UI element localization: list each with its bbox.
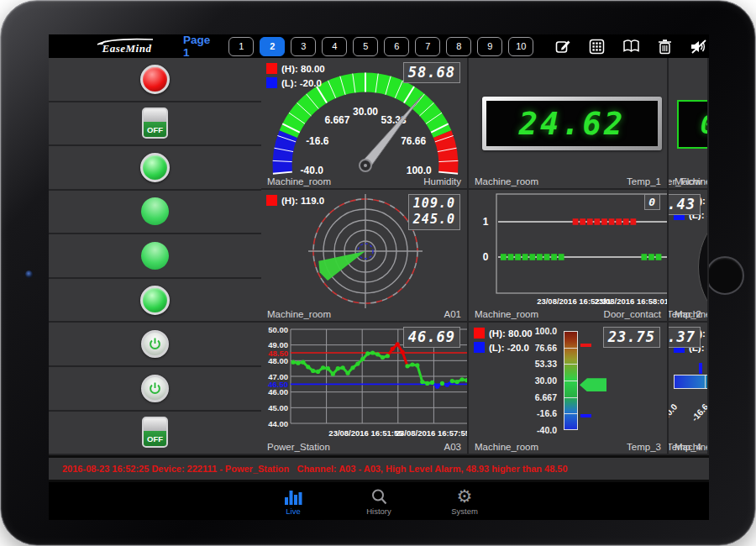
page-button-8[interactable]: 8 <box>446 37 471 56</box>
svg-text:-40.0: -40.0 <box>301 165 324 176</box>
legend-row: (L): -20.0 <box>474 342 533 353</box>
control-cell <box>49 323 261 367</box>
tab-live[interactable]: Live <box>269 486 318 520</box>
page-button-1[interactable]: 1 <box>228 37 254 56</box>
widget-temp2: (H): 80.00(L): -20.0 23.43 -40.0-16.66.6… <box>669 190 709 323</box>
svg-text:76.66: 76.66 <box>401 135 426 147</box>
widget-temp1: 24.62 Machine_room Temp_1 <box>469 58 669 190</box>
widget-a01: (H): 119.0 109.0245.0 Machine_room A01 <box>261 190 469 323</box>
green-indicator-lamp <box>140 153 170 182</box>
lcd-display: 24.62 <box>482 97 662 150</box>
svg-text:1: 1 <box>483 216 489 228</box>
scale-label: -40.0 <box>515 425 557 435</box>
value-display: 23.43 <box>669 194 701 215</box>
gradient-bar <box>674 375 709 389</box>
logo-text: EaseMind <box>102 42 152 55</box>
green-led <box>141 242 169 270</box>
value-pointer <box>580 378 606 391</box>
alarm-message: 2016-08-23 16:52:25 Device: 222111 - Pow… <box>49 464 568 474</box>
legend-row: (L): -20.0 <box>266 77 325 88</box>
widget-doorcontact: 0 1023/08/2016 16:52:3123/08/2016 16:58:… <box>469 190 669 323</box>
page-button-2[interactable]: 2 <box>260 37 285 56</box>
widget-footer-left: Machine_room <box>475 309 538 319</box>
svg-text:23/08/2016 16:58:01: 23/08/2016 16:58:01 <box>595 297 669 306</box>
control-cell <box>49 146 261 191</box>
counter-value: 00000104 <box>701 110 709 139</box>
legend-label: (H): 119.0 <box>281 196 324 206</box>
power-button[interactable] <box>141 330 169 358</box>
page-button-5[interactable]: 5 <box>353 37 378 56</box>
control-cell: OFF <box>49 102 261 147</box>
widget-footer-right: Water_Flow <box>669 176 701 186</box>
widget-footer-right: Humidity <box>423 176 461 186</box>
widget-footer-right: Temp_4 <box>669 442 701 452</box>
legend-chip <box>474 328 485 339</box>
widget-footer-right: A01 <box>444 309 461 319</box>
home-button[interactable] <box>706 256 744 295</box>
control-cell: OFF <box>49 412 261 456</box>
book-icon[interactable] <box>622 39 640 54</box>
green-indicator-lamp <box>140 286 170 315</box>
scale-label: -16.6 <box>515 408 557 418</box>
svg-text:23/08/2016 16:57:55: 23/08/2016 16:57:55 <box>396 428 469 438</box>
control-cell <box>49 234 261 279</box>
legend-chip <box>266 77 277 88</box>
legend-label: (H): 80.00 <box>281 64 325 74</box>
legend: (H): 80.00(L): -20.0 <box>266 63 325 92</box>
trash-icon[interactable] <box>658 39 672 55</box>
widget-footer-right: Door_contact <box>604 309 661 319</box>
svg-text:45.00: 45.00 <box>268 403 288 412</box>
lcd-value: 24.62 <box>519 106 625 142</box>
page-button-3[interactable]: 3 <box>291 37 316 56</box>
magnifier-icon <box>370 486 388 506</box>
top-toolbar: EaseMind Page 1 12345678910 <box>49 34 709 58</box>
legend-row: (H): 80.00 <box>474 328 533 339</box>
counter-display: 00000104 <box>677 100 709 149</box>
widget-temp3: (H): 80.00(L): -20.0 23.75 Machine_room … <box>469 323 669 455</box>
tab-label: Live <box>286 507 300 516</box>
bottom-tab-bar: Live History ⚙ System <box>49 482 709 520</box>
legend: (H): 80.00(L): -20.0 <box>474 328 533 356</box>
widget-footer-left: Machine_room <box>267 176 331 186</box>
page-button-4[interactable]: 4 <box>322 37 347 56</box>
page-button-10[interactable]: 10 <box>508 37 533 56</box>
legend-row: (H): 119.0 <box>266 195 324 206</box>
legend-chip <box>474 342 485 353</box>
tab-history[interactable]: History <box>354 486 403 520</box>
value-display: 46.69 <box>403 327 460 348</box>
off-toggle-switch[interactable]: OFF <box>142 108 168 139</box>
tab-system[interactable]: ⚙ System <box>440 486 489 520</box>
widget-footer-right: A03 <box>444 442 461 452</box>
toolbar-actions <box>555 39 709 55</box>
value-display: 23.37 <box>669 327 701 348</box>
control-cell <box>49 191 261 235</box>
low-limit-marker <box>580 414 591 417</box>
scale-label: 6.667 <box>515 392 557 402</box>
page-button-6[interactable]: 6 <box>384 37 409 56</box>
legend-label: (L): -20.0 <box>281 78 322 88</box>
value-display: 23.75 <box>603 327 660 348</box>
value-display: 58.68 <box>403 62 460 83</box>
page-button-9[interactable]: 9 <box>477 37 502 56</box>
mute-speaker-icon[interactable] <box>690 39 708 55</box>
widget-waterflow: 00000104 Machine_room Water_Flow <box>669 58 709 190</box>
lcd-face: 24.62 <box>486 101 658 146</box>
svg-text:50.00: 50.00 <box>268 325 288 334</box>
legend-chip <box>266 195 277 206</box>
front-camera <box>25 270 33 278</box>
low-limit-marker <box>699 363 702 374</box>
compose-icon[interactable] <box>555 39 571 55</box>
off-toggle-switch[interactable]: OFF <box>142 417 168 448</box>
keypad-icon[interactable] <box>589 39 605 55</box>
power-button[interactable] <box>141 375 169 402</box>
svg-text:6.667: 6.667 <box>324 114 349 126</box>
bar-chart-icon <box>284 486 302 506</box>
legend-row: (H): 80.00 <box>266 63 325 74</box>
high-limit-marker <box>580 344 591 347</box>
legend-label: (L): -20.0 <box>489 343 529 353</box>
scale-label: -16.6 <box>678 402 709 436</box>
control-cell <box>49 367 261 412</box>
scale-label: 53.33 <box>515 359 557 369</box>
page-button-7[interactable]: 7 <box>415 37 440 56</box>
widget-footer-left: Machine_room <box>475 442 538 452</box>
